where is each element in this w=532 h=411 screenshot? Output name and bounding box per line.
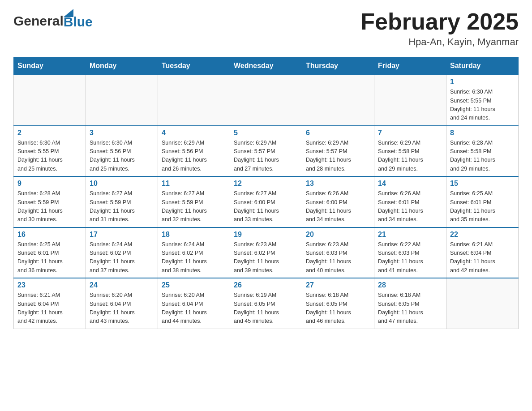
header-friday: Friday [374, 57, 446, 75]
calendar-cell: 22Sunrise: 6:21 AMSunset: 6:04 PMDayligh… [446, 227, 519, 278]
calendar-cell: 25Sunrise: 6:20 AMSunset: 6:04 PMDayligh… [158, 278, 230, 329]
day-info: Sunrise: 6:25 AMSunset: 6:01 PMDaylight:… [450, 189, 515, 224]
day-number: 8 [450, 129, 515, 137]
calendar-cell [86, 75, 158, 126]
day-info: Sunrise: 6:29 AMSunset: 5:57 PMDaylight:… [306, 139, 370, 174]
day-number: 12 [234, 180, 298, 188]
calendar-cell: 14Sunrise: 6:26 AMSunset: 6:01 PMDayligh… [374, 176, 446, 227]
day-info: Sunrise: 6:23 AMSunset: 6:02 PMDaylight:… [234, 240, 298, 275]
day-info: Sunrise: 6:30 AMSunset: 5:56 PMDaylight:… [90, 139, 154, 174]
day-number: 23 [17, 281, 82, 289]
calendar-cell: 15Sunrise: 6:25 AMSunset: 6:01 PMDayligh… [446, 176, 519, 227]
day-info: Sunrise: 6:27 AMSunset: 5:59 PMDaylight:… [90, 189, 154, 224]
day-number: 1 [450, 78, 515, 86]
day-number: 25 [162, 281, 226, 289]
calendar-week-row: 2Sunrise: 6:30 AMSunset: 5:55 PMDaylight… [14, 126, 519, 177]
header-thursday: Thursday [302, 57, 374, 75]
calendar-cell: 9Sunrise: 6:28 AMSunset: 5:59 PMDaylight… [14, 176, 86, 227]
calendar-cell: 16Sunrise: 6:25 AMSunset: 6:01 PMDayligh… [14, 227, 86, 278]
day-info: Sunrise: 6:21 AMSunset: 6:04 PMDaylight:… [450, 240, 515, 275]
day-info: Sunrise: 6:27 AMSunset: 6:00 PMDaylight:… [234, 189, 298, 224]
logo-general-text: General [13, 13, 64, 29]
calendar-cell: 19Sunrise: 6:23 AMSunset: 6:02 PMDayligh… [230, 227, 302, 278]
day-number: 11 [162, 180, 226, 188]
calendar-cell: 26Sunrise: 6:19 AMSunset: 6:05 PMDayligh… [230, 278, 302, 329]
calendar-cell: 24Sunrise: 6:20 AMSunset: 6:04 PMDayligh… [86, 278, 158, 329]
day-number: 22 [450, 231, 515, 239]
day-info: Sunrise: 6:29 AMSunset: 5:57 PMDaylight:… [234, 139, 298, 174]
title-block: February 2025 Hpa-An, Kayin, Myanmar [360, 9, 519, 48]
day-info: Sunrise: 6:27 AMSunset: 5:59 PMDaylight:… [162, 189, 226, 224]
day-number: 6 [306, 129, 370, 137]
day-info: Sunrise: 6:18 AMSunset: 6:05 PMDaylight:… [378, 291, 442, 326]
calendar-cell [14, 75, 86, 126]
calendar-cell [446, 278, 519, 329]
day-info: Sunrise: 6:19 AMSunset: 6:05 PMDaylight:… [234, 291, 298, 326]
calendar-cell [302, 75, 374, 126]
calendar-cell [230, 75, 302, 126]
day-info: Sunrise: 6:22 AMSunset: 6:03 PMDaylight:… [378, 240, 442, 275]
day-number: 27 [306, 281, 370, 289]
calendar-cell: 10Sunrise: 6:27 AMSunset: 5:59 PMDayligh… [86, 176, 158, 227]
day-number: 9 [17, 180, 82, 188]
day-number: 14 [378, 180, 442, 188]
day-number: 4 [162, 129, 226, 137]
day-info: Sunrise: 6:25 AMSunset: 6:01 PMDaylight:… [17, 240, 82, 275]
calendar-cell: 4Sunrise: 6:29 AMSunset: 5:56 PMDaylight… [158, 126, 230, 177]
day-number: 19 [234, 231, 298, 239]
logo: General Blue [13, 9, 93, 29]
day-number: 13 [306, 180, 370, 188]
day-info: Sunrise: 6:24 AMSunset: 6:02 PMDaylight:… [90, 240, 154, 275]
day-number: 17 [90, 231, 154, 239]
calendar-cell: 20Sunrise: 6:23 AMSunset: 6:03 PMDayligh… [302, 227, 374, 278]
day-info: Sunrise: 6:23 AMSunset: 6:03 PMDaylight:… [306, 240, 370, 275]
day-info: Sunrise: 6:21 AMSunset: 6:04 PMDaylight:… [17, 291, 82, 326]
calendar-cell: 27Sunrise: 6:18 AMSunset: 6:05 PMDayligh… [302, 278, 374, 329]
location-subtitle: Hpa-An, Kayin, Myanmar [360, 36, 519, 48]
day-number: 21 [378, 231, 442, 239]
calendar-table: Sunday Monday Tuesday Wednesday Thursday… [13, 57, 519, 329]
day-number: 10 [90, 180, 154, 188]
calendar-cell: 17Sunrise: 6:24 AMSunset: 6:02 PMDayligh… [86, 227, 158, 278]
day-number: 16 [17, 231, 82, 239]
header-monday: Monday [86, 57, 158, 75]
calendar-cell: 2Sunrise: 6:30 AMSunset: 5:55 PMDaylight… [14, 126, 86, 177]
day-info: Sunrise: 6:29 AMSunset: 5:56 PMDaylight:… [162, 139, 226, 174]
month-title: February 2025 [360, 9, 519, 34]
calendar-cell: 12Sunrise: 6:27 AMSunset: 6:00 PMDayligh… [230, 176, 302, 227]
day-info: Sunrise: 6:28 AMSunset: 5:59 PMDaylight:… [17, 189, 82, 224]
logo-blue-text: Blue [64, 15, 93, 29]
calendar-week-row: 16Sunrise: 6:25 AMSunset: 6:01 PMDayligh… [14, 227, 519, 278]
calendar-cell: 21Sunrise: 6:22 AMSunset: 6:03 PMDayligh… [374, 227, 446, 278]
header-tuesday: Tuesday [158, 57, 230, 75]
day-number: 15 [450, 180, 515, 188]
calendar-cell: 6Sunrise: 6:29 AMSunset: 5:57 PMDaylight… [302, 126, 374, 177]
calendar-header: Sunday Monday Tuesday Wednesday Thursday… [14, 57, 519, 75]
day-number: 18 [162, 231, 226, 239]
day-info: Sunrise: 6:26 AMSunset: 6:01 PMDaylight:… [378, 189, 442, 224]
weekday-header-row: Sunday Monday Tuesday Wednesday Thursday… [14, 57, 519, 75]
calendar-cell: 8Sunrise: 6:28 AMSunset: 5:58 PMDaylight… [446, 126, 519, 177]
calendar-cell: 11Sunrise: 6:27 AMSunset: 5:59 PMDayligh… [158, 176, 230, 227]
calendar-week-row: 23Sunrise: 6:21 AMSunset: 6:04 PMDayligh… [14, 278, 519, 329]
day-info: Sunrise: 6:28 AMSunset: 5:58 PMDaylight:… [450, 139, 515, 174]
page-header: General Blue February 2025 Hpa-An, Kayin… [13, 9, 519, 48]
calendar-cell: 23Sunrise: 6:21 AMSunset: 6:04 PMDayligh… [14, 278, 86, 329]
calendar-cell [374, 75, 446, 126]
day-number: 2 [17, 129, 82, 137]
day-number: 20 [306, 231, 370, 239]
day-info: Sunrise: 6:18 AMSunset: 6:05 PMDaylight:… [306, 291, 370, 326]
day-info: Sunrise: 6:20 AMSunset: 6:04 PMDaylight:… [162, 291, 226, 326]
day-number: 24 [90, 281, 154, 289]
header-wednesday: Wednesday [230, 57, 302, 75]
calendar-cell: 18Sunrise: 6:24 AMSunset: 6:02 PMDayligh… [158, 227, 230, 278]
calendar-cell: 5Sunrise: 6:29 AMSunset: 5:57 PMDaylight… [230, 126, 302, 177]
calendar-week-row: 1Sunrise: 6:30 AMSunset: 5:55 PMDaylight… [14, 75, 519, 126]
day-info: Sunrise: 6:30 AMSunset: 5:55 PMDaylight:… [17, 139, 82, 174]
day-info: Sunrise: 6:30 AMSunset: 5:55 PMDaylight:… [450, 88, 515, 123]
calendar-cell [158, 75, 230, 126]
day-info: Sunrise: 6:24 AMSunset: 6:02 PMDaylight:… [162, 240, 226, 275]
day-number: 7 [378, 129, 442, 137]
day-number: 3 [90, 129, 154, 137]
calendar-cell: 3Sunrise: 6:30 AMSunset: 5:56 PMDaylight… [86, 126, 158, 177]
